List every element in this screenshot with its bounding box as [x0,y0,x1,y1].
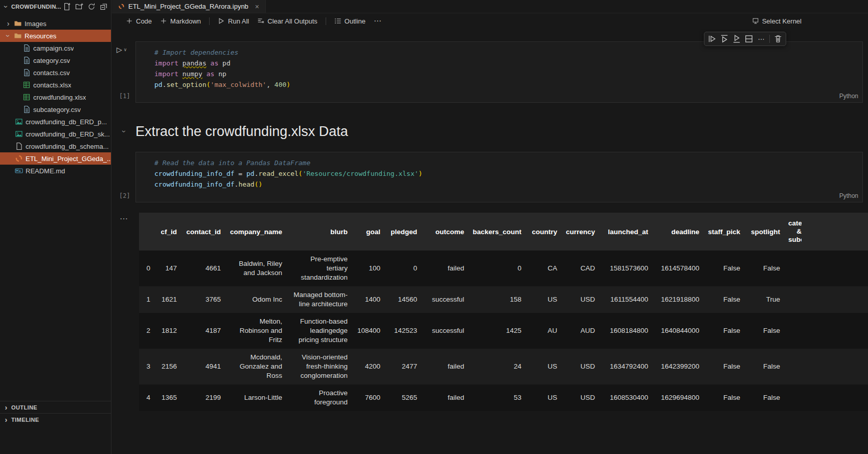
file-label: README.md [26,167,65,175]
add-markdown-cell-button[interactable]: Markdown [160,17,201,25]
folder-icon [14,32,22,40]
cell-output[interactable]: ⋯ cf_idcontact_idcompany_nameblurbgoalpl… [139,213,868,411]
table-cell: USD [561,349,599,384]
cell-language-label[interactable]: Python [839,93,858,100]
outline-label: Outline [345,17,366,25]
run-by-line-icon[interactable] [707,34,717,43]
more-actions-icon[interactable]: ⋯ [374,16,382,26]
table-cell: USD [561,384,599,411]
run-cell-icon: ▷ [117,46,122,54]
output-more-actions-icon[interactable]: ⋯ [120,214,128,223]
table-cell: 1812 [154,313,181,349]
sidebar-item-crowdfunding-db-erd-p[interactable]: crowdfunding_db_ERD_p... [0,116,111,128]
collapse-cell-chevron-icon[interactable]: › [120,130,128,133]
outline-section[interactable]: › OUTLINE [0,401,111,413]
sidebar-item-campaign-csv[interactable]: campaign.csv [0,42,111,54]
table-cell: 1581573600 [599,251,652,286]
clear-all-outputs-button[interactable]: Clear All Outputs [257,17,317,25]
refresh-icon[interactable] [87,3,96,11]
new-file-icon[interactable] [63,3,71,11]
sidebar-item-crowdfunding-xlsx[interactable]: crowdfunding.xlsx [0,91,111,103]
sidebar-item-contacts-xlsx[interactable]: contacts.xlsx [0,79,111,91]
sidebar-item-etl-mini-project-ggeda[interactable]: ETL_Mini_Project_GGeda_... [0,152,111,165]
explorer-section-header[interactable]: › CROWDFUNDIN... [0,0,111,13]
table-cell: CA [526,251,561,286]
sidebar-item-resources[interactable]: ›Resources [0,30,111,42]
editor-area: ETL_Mini_Project_GGeda_RArora.ipynb × Co… [112,0,868,454]
table-cell: US [526,286,561,313]
table-cell: AUD [561,313,599,349]
sidebar-item-subcategory-csv[interactable]: subcategory.csv [0,103,111,116]
table-cell: Pre-emptive tertiary standardization [286,251,352,286]
code-lines[interactable]: # Read the data into a Pandas DataFramec… [136,152,862,191]
execute-below-icon[interactable] [732,34,741,43]
execution-count: [2] [119,192,130,199]
excel-icon [22,81,31,89]
timeline-section[interactable]: › TIMELINE [0,413,111,425]
run-cell-button[interactable]: ▷ ∨ [117,46,127,54]
column-header: category & subcategory [784,213,868,251]
table-cell: th [784,384,868,411]
table-cell: False [703,286,744,313]
collapse-folders-icon[interactable] [100,3,108,11]
markdown-icon [15,167,23,175]
code-cell-2[interactable]: [2] # Read the data into a Pandas DataFr… [135,152,863,202]
toolbar-separator [326,17,326,25]
image-icon [15,118,23,126]
table-cell: failed [421,251,468,286]
table-cell: False [744,313,784,349]
table-cell: 100 [352,251,384,286]
table-cell: 53 [468,384,526,411]
new-folder-icon[interactable] [75,3,83,11]
outline-button[interactable]: Outline [334,17,366,25]
column-header: deadline [652,213,703,251]
more-cell-actions-icon[interactable]: ⋯ [757,34,766,43]
column-header: blurb [286,213,352,251]
table-header-row: cf_idcontact_idcompany_nameblurbgoalpled… [139,213,868,251]
table-cell: 1629694800 [652,384,703,411]
table-cell: Proactive foreground [286,384,352,411]
explorer-actions [63,3,108,11]
cell-language-label[interactable]: Python [839,192,858,199]
cell-toolbar: ⋯ [704,32,786,46]
table-cell: False [703,384,744,411]
add-code-cell-button[interactable]: Code [126,17,152,25]
code-editor[interactable]: # Read the data into a Pandas DataFramec… [135,152,863,202]
file-label: subcategory.csv [33,106,81,114]
code-cell-1[interactable]: ▷ ∨ [1] # Import dependenciesimport pand… [135,41,863,103]
code-editor[interactable]: # Import dependenciesimport pandas as pd… [135,41,863,103]
add-code-label: Code [136,17,152,25]
editor-tab[interactable]: ETL_Mini_Project_GGeda_RArora.ipynb × [112,0,266,13]
sidebar-item-category-csv[interactable]: category.csv [0,54,111,66]
code-lines[interactable]: # Import dependenciesimport pandas as pd… [136,42,862,91]
chevron-right-icon: › [5,20,11,27]
file-label: contacts.csv [33,69,70,77]
notebook-toolbar: Code Markdown Run All Clear All Outputs … [112,13,868,29]
markdown-cell[interactable]: › Extract the crowdfunding.xlsx Data [135,123,863,140]
table-cell: US [526,384,561,411]
table-cell: 1611554400 [599,286,652,313]
sidebar-item-contacts-csv[interactable]: contacts.csv [0,66,111,79]
sidebar-item-crowdfunding-db-erd-sk[interactable]: crowdfunding_db_ERD_sk... [0,128,111,140]
table-cell: 1608184800 [599,313,652,349]
sidebar-item-readme-md[interactable]: README.md [0,165,111,177]
sidebar-item-images[interactable]: ›Images [0,17,111,30]
execute-above-icon[interactable] [720,34,729,43]
delete-cell-icon[interactable] [773,34,783,43]
split-cell-icon[interactable] [744,34,753,43]
timeline-section-label: TIMELINE [11,417,39,423]
tab-bar: ETL_Mini_Project_GGeda_RArora.ipynb × [112,0,868,13]
table-cell: Function-based leadingedge pricing struc… [286,313,352,349]
chevron-right-icon: › [3,404,9,411]
sidebar-item-crowdfunding-db-schema[interactable]: crowdfunding_db_schema... [0,140,111,152]
table-cell: 4200 [352,349,384,384]
table-cell: Vision-oriented fresh-thinking conglomer… [286,349,352,384]
add-markdown-label: Markdown [170,17,201,25]
table-cell: 108400 [352,313,384,349]
column-header: backers_count [468,213,526,251]
select-kernel-button[interactable]: Select Kernel [752,17,802,25]
table-row: 321564941Mcdonald, Gonzalez and RossVisi… [139,349,868,384]
column-header: cf_id [154,213,181,251]
run-all-button[interactable]: Run All [218,17,249,25]
close-tab-icon[interactable]: × [255,3,259,11]
